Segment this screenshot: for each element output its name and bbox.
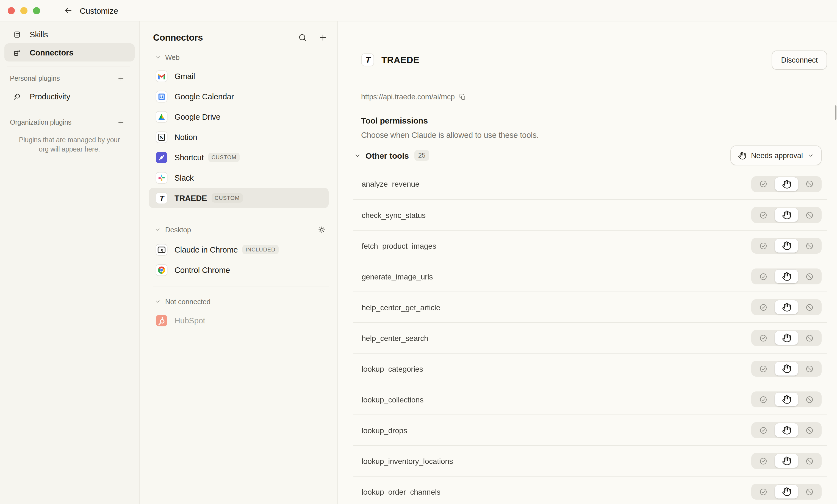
allow-always-button[interactable]	[752, 238, 775, 254]
allow-always-button[interactable]	[752, 268, 775, 284]
add-personal-plugin-button[interactable]	[117, 75, 124, 82]
never-allow-button[interactable]	[798, 207, 821, 223]
sidebar-item-productivity[interactable]: Productivity	[4, 87, 135, 106]
tool-permission-toggle	[751, 484, 822, 500]
needs-approval-button[interactable]	[775, 208, 798, 222]
hand-icon	[738, 151, 747, 160]
never-allow-button[interactable]	[798, 422, 821, 438]
block-icon	[805, 303, 814, 312]
never-allow-button[interactable]	[798, 391, 821, 407]
connector-item-traede[interactable]: T TRAEDE CUSTOM	[149, 188, 328, 208]
hand-icon	[782, 333, 791, 342]
allow-always-button[interactable]	[752, 422, 775, 438]
allow-always-button[interactable]	[752, 453, 775, 469]
never-allow-button[interactable]	[798, 453, 821, 469]
hand-icon	[782, 487, 791, 496]
tool-name: help_center_search	[353, 334, 428, 342]
connector-section-header[interactable]: Not connected	[153, 296, 328, 307]
needs-approval-button[interactable]	[775, 362, 798, 375]
never-allow-button[interactable]	[798, 268, 821, 284]
allow-always-button[interactable]	[752, 484, 775, 500]
connector-item-claude-in-chrome[interactable]: Claude in Chrome INCLUDED	[149, 239, 328, 260]
connector-section-header[interactable]: Desktop	[153, 224, 328, 235]
connector-item-google-calendar[interactable]: 31 Google Calendar	[149, 86, 328, 107]
tool-name: lookup_collections	[353, 395, 424, 404]
connector-item-hubspot[interactable]: HubSpot	[149, 310, 328, 331]
sidebar: Skills Connectors Personal plugins Produ…	[0, 21, 139, 504]
check-circle-icon	[759, 426, 768, 434]
titlebar: Customize	[0, 0, 837, 21]
chevron-down-icon	[154, 226, 161, 233]
tool-row: check_sync_status	[353, 199, 827, 230]
connectors-panel-header: Connectors	[153, 31, 328, 44]
tool-row: fetch_product_images	[353, 230, 827, 261]
minimize-window-button[interactable]	[20, 7, 28, 14]
connector-section-label: Desktop	[165, 225, 191, 234]
zoom-window-button[interactable]	[33, 7, 40, 14]
allow-always-button[interactable]	[752, 299, 775, 315]
needs-approval-button[interactable]	[775, 269, 798, 283]
check-circle-icon	[759, 334, 768, 342]
needs-approval-button[interactable]	[775, 393, 798, 406]
hand-icon	[782, 241, 791, 250]
chevron-down-icon[interactable]	[354, 152, 361, 159]
tool-permission-toggle	[751, 422, 822, 438]
google-calendar-icon: 31	[155, 90, 167, 102]
connector-item-control-chrome[interactable]: Control Chrome	[149, 260, 328, 280]
never-allow-button[interactable]	[798, 361, 821, 377]
close-window-button[interactable]	[8, 7, 15, 14]
sidebar-item-skills[interactable]: Skills	[4, 25, 135, 43]
allow-always-button[interactable]	[752, 176, 775, 192]
connector-section-header[interactable]: Web	[153, 52, 328, 62]
back-button[interactable]	[63, 5, 73, 15]
connector-url-row: https://api.traede.com/ai/mcp	[361, 92, 466, 101]
needs-approval-button[interactable]	[775, 239, 798, 253]
never-allow-button[interactable]	[798, 299, 821, 315]
allow-always-button[interactable]	[752, 207, 775, 223]
productivity-icon	[13, 92, 21, 101]
search-connectors-button[interactable]	[298, 33, 307, 42]
connector-section-label: Web	[165, 53, 179, 61]
org-plugins-empty-text: Plugins that are managed by your org wil…	[17, 136, 122, 154]
sidebar-item-connectors[interactable]: Connectors	[4, 43, 135, 61]
sidebar-item-label: Skills	[30, 30, 48, 39]
scrollbar-thumb[interactable]	[835, 106, 836, 120]
never-allow-button[interactable]	[798, 238, 821, 254]
block-icon	[805, 456, 814, 465]
needs-approval-button[interactable]	[775, 177, 798, 191]
tool-permission-toggle	[751, 330, 822, 346]
tool-row: lookup_inventory_locations	[353, 445, 827, 476]
needs-approval-button[interactable]	[775, 331, 798, 345]
hand-icon	[782, 272, 791, 281]
needs-approval-button[interactable]	[775, 485, 798, 499]
never-allow-button[interactable]	[798, 330, 821, 346]
tool-row: help_center_get_article	[353, 292, 827, 322]
connector-item-slack[interactable]: Slack	[149, 167, 328, 188]
connector-item-gmail[interactable]: Gmail	[149, 66, 328, 86]
never-allow-button[interactable]	[798, 176, 821, 192]
needs-approval-button[interactable]	[775, 423, 798, 437]
check-circle-icon	[759, 456, 768, 465]
connector-item-shortcut[interactable]: Shortcut CUSTOM	[149, 147, 328, 167]
connector-url: https://api.traede.com/ai/mcp	[361, 93, 455, 101]
disconnect-button[interactable]: Disconnect	[771, 50, 827, 70]
needs-approval-button[interactable]	[775, 300, 798, 314]
connector-item-google-drive[interactable]: Google Drive	[149, 107, 328, 127]
add-connector-button[interactable]	[318, 33, 327, 42]
copy-url-button[interactable]	[459, 93, 466, 100]
hand-icon	[782, 395, 791, 404]
needs-approval-button[interactable]	[775, 454, 798, 468]
never-allow-button[interactable]	[798, 484, 821, 500]
allow-always-button[interactable]	[752, 330, 775, 346]
add-org-plugin-button[interactable]	[117, 118, 124, 126]
connector-item-notion[interactable]: N Notion	[149, 127, 328, 147]
tool-name: lookup_drops	[353, 426, 407, 434]
allow-always-button[interactable]	[752, 361, 775, 377]
chevron-down-icon	[154, 298, 161, 305]
allow-always-button[interactable]	[752, 391, 775, 407]
tool-permission-toggle	[751, 453, 822, 469]
connector-section-not-connected: Not connected HubSpot	[153, 286, 328, 331]
chevron-down-icon	[154, 54, 161, 60]
approval-mode-dropdown[interactable]: Needs approval	[731, 146, 822, 165]
gear-icon[interactable]	[317, 225, 326, 234]
